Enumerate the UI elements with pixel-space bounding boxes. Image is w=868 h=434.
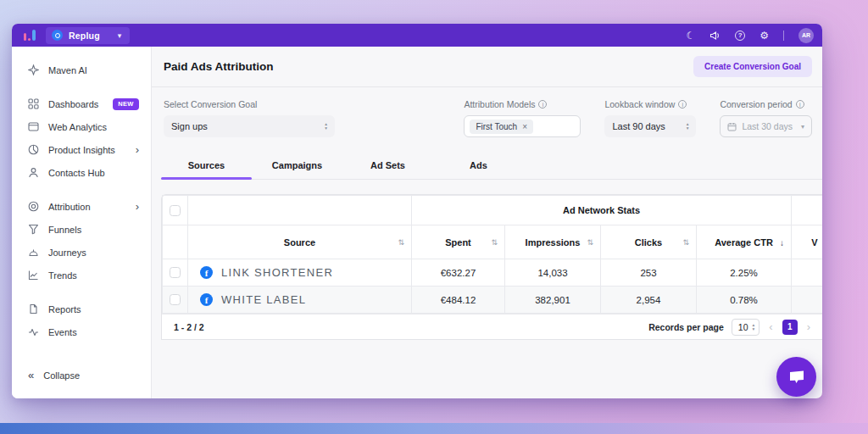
tab-bar: Sources Campaigns Ad Sets Ads <box>161 155 822 180</box>
sidebar-item-contacts-hub[interactable]: Contacts Hub <box>12 161 151 184</box>
empty-header-cell <box>188 196 412 225</box>
lookback-window-label: Lookback window <box>604 99 675 109</box>
column-header-impressions[interactable]: Impressions⇅ <box>505 225 601 259</box>
sort-icon[interactable]: ⇅ <box>491 238 498 247</box>
sidebar: Maven AI Dashboards NEW Web Analytics Pr… <box>12 47 152 398</box>
pagination-bar: 1 - 2 / 2 Records per page 10 ▴▾ ‹ 1 › <box>162 314 822 339</box>
topbar: Replug ▾ ☾ ? ⚙ AR <box>12 24 822 47</box>
sort-desc-icon[interactable]: ↓ <box>780 237 784 247</box>
spent-cell: €484.12 <box>412 287 505 314</box>
conversion-goal-select[interactable]: Sign ups ▴▾ <box>164 115 335 137</box>
help-icon[interactable]: ? <box>735 31 745 41</box>
table-row[interactable]: f WHITE LABEL €484.12 382,901 2,954 0.78… <box>163 287 823 314</box>
column-header-clicks[interactable]: Clicks⇅ <box>601 225 697 259</box>
sidebar-item-events[interactable]: Events <box>12 320 151 343</box>
person-icon <box>28 167 39 178</box>
next-page-button[interactable]: › <box>805 320 812 333</box>
grid-icon <box>28 98 39 109</box>
sidebar-item-label: Web Analytics <box>48 122 107 132</box>
sidebar-item-funnels[interactable]: Funnels <box>12 218 151 241</box>
page-title: Paid Ads Attribution <box>164 60 274 73</box>
page-header: Paid Ads Attribution Create Conversion G… <box>152 47 822 87</box>
records-per-page-select[interactable]: 10 ▴▾ <box>732 319 760 336</box>
clicks-cell: 2,954 <box>601 287 697 314</box>
filters-right-group: Attribution Models i First Touch × L <box>464 99 812 137</box>
replug-logo-icon <box>52 30 63 41</box>
sidebar-item-product-insights[interactable]: Product Insights › <box>12 138 151 161</box>
sidebar-group-divider <box>12 287 151 298</box>
ctr-cell: 0.78% <box>697 287 792 314</box>
column-header-visits[interactable]: V <box>792 225 822 259</box>
sort-icon[interactable]: ⇅ <box>587 238 593 247</box>
column-header-spent[interactable]: Spent⇅ <box>412 225 505 259</box>
sidebar-item-label: Product Insights <box>48 145 115 155</box>
sidebar-group-divider <box>12 81 151 92</box>
conversion-goal-filter: Select Conversion Goal Sign ups ▴▾ <box>164 99 335 137</box>
tab-sources[interactable]: Sources <box>161 155 252 179</box>
app-logo-icon <box>24 30 36 41</box>
row-checkbox[interactable] <box>170 267 181 278</box>
table-scroll-area[interactable]: Ad Network Stats Source⇅ Spent⇅ Impressi… <box>162 195 822 314</box>
lookback-window-filter: Lookback window i Last 90 days ▴▾ <box>604 99 696 137</box>
lookback-window-select[interactable]: Last 90 days ▴▾ <box>604 115 696 137</box>
chat-widget-button[interactable] <box>776 357 816 397</box>
announcements-icon[interactable] <box>709 31 721 41</box>
conversion-period-select[interactable]: Last 30 days ▾ <box>720 115 812 137</box>
browser-window-icon <box>28 121 39 132</box>
sidebar-item-journeys[interactable]: Journeys <box>12 241 151 264</box>
sort-icon[interactable]: ⇅ <box>682 238 689 247</box>
table-row[interactable]: f LINK SHORTENER €632.27 14,033 253 2.25… <box>163 259 823 287</box>
sidebar-item-trends[interactable]: Trends <box>12 264 151 287</box>
empty-header-cell <box>792 196 822 225</box>
sidebar-item-dashboards[interactable]: Dashboards NEW <box>12 92 151 115</box>
collapse-icon: « <box>28 369 34 381</box>
dark-mode-icon[interactable]: ☾ <box>686 31 695 41</box>
conversion-goal-label: Select Conversion Goal <box>164 99 335 109</box>
row-checkbox[interactable] <box>170 294 181 305</box>
create-conversion-goal-button[interactable]: Create Conversion Goal <box>693 56 812 77</box>
chat-bubble-icon <box>787 369 806 386</box>
impressions-cell: 14,033 <box>505 259 601 287</box>
topbar-divider <box>783 31 784 41</box>
source-name: LINK SHORTENER <box>221 266 333 279</box>
funnel-icon <box>28 224 39 235</box>
sidebar-item-maven-ai[interactable]: Maven AI <box>12 58 151 81</box>
conversion-period-value: Last 30 days <box>742 121 793 131</box>
ctr-cell: 2.25% <box>697 259 792 287</box>
previous-page-button[interactable]: ‹ <box>767 320 774 333</box>
tab-campaigns[interactable]: Campaigns <box>252 155 342 179</box>
sidebar-item-label: Journeys <box>48 248 86 258</box>
column-header-average-ctr[interactable]: Average CTR↓ <box>697 225 792 259</box>
visits-cell <box>792 259 822 287</box>
sort-icon[interactable]: ⇅ <box>398 238 404 247</box>
column-header-source[interactable]: Source⇅ <box>188 225 412 259</box>
sidebar-item-attribution[interactable]: Attribution › <box>12 195 151 218</box>
tab-ad-sets[interactable]: Ad Sets <box>342 155 433 179</box>
pie-chart-icon <box>28 144 39 155</box>
stepper-icon: ▴▾ <box>318 122 327 131</box>
sidebar-item-label: Funnels <box>48 225 81 235</box>
sidebar-item-label: Dashboards <box>48 99 98 109</box>
user-avatar[interactable]: AR <box>798 28 814 43</box>
calendar-icon <box>727 122 737 131</box>
sidebar-item-reports[interactable]: Reports <box>12 298 151 320</box>
new-badge: NEW <box>113 98 138 110</box>
remove-chip-icon[interactable]: × <box>522 122 527 131</box>
page-number-button[interactable]: 1 <box>782 320 798 335</box>
select-all-checkbox[interactable] <box>170 205 181 216</box>
sidebar-collapse-button[interactable]: « Collapse <box>12 364 151 387</box>
journey-path-icon <box>28 247 39 258</box>
sidebar-item-web-analytics[interactable]: Web Analytics <box>12 115 151 138</box>
workspace-switcher[interactable]: Replug ▾ <box>46 27 130 44</box>
main-content: Paid Ads Attribution Create Conversion G… <box>152 47 822 398</box>
workspace-name: Replug <box>69 31 100 41</box>
info-icon: i <box>538 100 547 108</box>
sidebar-item-label: Trends <box>48 270 77 281</box>
chevron-down-icon: ▾ <box>118 31 122 40</box>
settings-gear-icon[interactable]: ⚙ <box>760 31 769 41</box>
sources-table-card: Ad Network Stats Source⇅ Spent⇅ Impressi… <box>161 194 822 340</box>
records-range: 1 - 2 / 2 <box>174 322 204 332</box>
tab-ads[interactable]: Ads <box>433 155 524 179</box>
attribution-models-select[interactable]: First Touch × <box>464 115 581 137</box>
info-icon: i <box>796 100 804 108</box>
